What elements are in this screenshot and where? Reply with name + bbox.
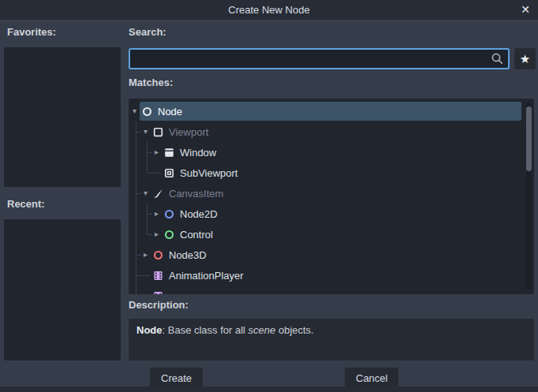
- window-bottom-edge: [0, 386, 538, 392]
- description-italic-word: scene: [248, 324, 276, 336]
- tree-item-label: Control: [180, 229, 213, 241]
- chevron-right-icon[interactable]: ▸: [151, 203, 162, 224]
- cancel-button[interactable]: Cancel: [345, 368, 398, 388]
- chevron-right-icon[interactable]: ▸: [151, 224, 162, 245]
- tree-item[interactable]: ▾Node: [129, 101, 534, 121]
- matches-label: Matches:: [129, 77, 173, 88]
- favorites-label: Favorites:: [7, 26, 56, 38]
- recent-label: Recent:: [7, 198, 45, 210]
- tree-item-label: Window: [180, 147, 216, 159]
- tree-item[interactable]: ▸Control: [129, 224, 534, 245]
- canvasitem-icon: [152, 188, 164, 200]
- close-icon[interactable]: ✕: [518, 2, 532, 17]
- tree-item[interactable]: ▾CanvasItem: [129, 183, 534, 203]
- window-icon: [163, 147, 175, 159]
- tree-scrollbar-thumb[interactable]: [526, 106, 532, 171]
- circle-icon: [152, 249, 164, 261]
- animation-icon: [152, 270, 164, 282]
- recent-list: [4, 219, 121, 360]
- description-separator: :: [163, 324, 168, 336]
- star-icon: ★: [520, 52, 530, 66]
- description-label: Description:: [129, 299, 189, 311]
- description-text-after: objects.: [275, 324, 313, 336]
- tree-item[interactable]: ▸Node2D: [129, 203, 534, 224]
- tree-item-label: Node: [158, 106, 182, 118]
- dialog-titlebar: Create New Node ✕: [0, 0, 538, 20]
- create-new-node-dialog: Create New Node ✕ Favorites: Recent: Sea…: [0, 0, 538, 392]
- node-icon: [141, 106, 153, 118]
- search-input[interactable]: [129, 48, 510, 69]
- tree-item[interactable]: ▸Window: [129, 142, 534, 162]
- circle-icon: [163, 229, 175, 241]
- tree-item[interactable]: [129, 286, 534, 294]
- tree-item-label: CanvasItem: [169, 188, 223, 200]
- matches-tree: ▾Node▾Viewport▸WindowSubViewport▾CanvasI…: [129, 99, 534, 294]
- animation-icon: [152, 290, 164, 295]
- tree-item[interactable]: SubViewport: [129, 162, 534, 183]
- tree-item-label: Node3D: [169, 249, 207, 261]
- tree-item[interactable]: ▾Viewport: [129, 121, 534, 142]
- circle-icon: [163, 208, 175, 220]
- description-class-name: Node: [136, 324, 163, 336]
- description-text: Base class for all: [168, 324, 248, 336]
- tree-item-label: SubViewport: [180, 167, 237, 179]
- tree-item-label: Node2D: [180, 208, 218, 220]
- chevron-right-icon[interactable]: ▸: [151, 142, 162, 162]
- tree-item[interactable]: AnimationPlayer: [129, 265, 534, 286]
- description-panel: Node: Base class for all scene objects.: [129, 319, 534, 360]
- chevron-down-icon[interactable]: ▾: [129, 101, 140, 121]
- search-label: Search:: [129, 26, 166, 38]
- tree-item-label: Viewport: [169, 126, 208, 138]
- favorites-list: [4, 47, 121, 187]
- tree-item[interactable]: ▸Node3D: [129, 245, 534, 265]
- favorite-toggle-button[interactable]: ★: [514, 48, 536, 69]
- dialog-title: Create New Node: [228, 4, 309, 16]
- tree-rows: ▾Node▾Viewport▸WindowSubViewport▾CanvasI…: [129, 99, 534, 294]
- tree-item-label: AnimationPlayer: [169, 270, 244, 282]
- chevron-down-icon[interactable]: ▾: [140, 121, 151, 142]
- create-button[interactable]: Create: [150, 368, 203, 388]
- subviewport-icon: [163, 167, 175, 179]
- chevron-right-icon[interactable]: ▸: [140, 245, 151, 265]
- viewport-icon: [152, 126, 164, 138]
- chevron-down-icon[interactable]: ▾: [140, 183, 151, 203]
